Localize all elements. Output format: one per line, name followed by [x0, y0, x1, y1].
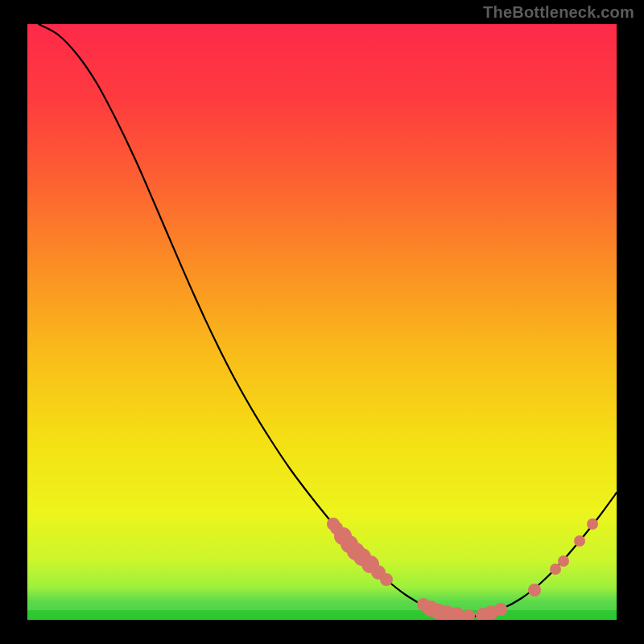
marker-dot: [528, 584, 541, 597]
marker-dot: [494, 603, 507, 616]
chart-container: TheBottleneck.com: [0, 0, 644, 644]
plot-background: [27, 24, 617, 620]
bottleneck-plot: [27, 24, 617, 620]
marker-dot: [380, 573, 393, 586]
marker-dot: [587, 518, 598, 530]
bottom-band: [27, 601, 617, 620]
svg-rect-0: [27, 601, 617, 610]
marker-dot: [550, 564, 561, 575]
marker-dot: [558, 555, 569, 567]
watermark-text: TheBottleneck.com: [483, 3, 634, 22]
marker-dot: [574, 535, 585, 547]
svg-rect-1: [27, 610, 617, 620]
